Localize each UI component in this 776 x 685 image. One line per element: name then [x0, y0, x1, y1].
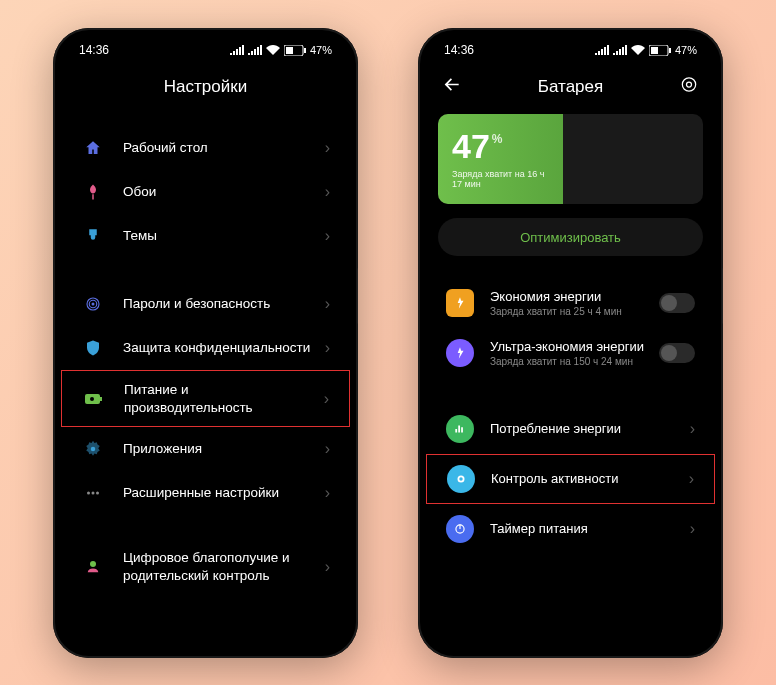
nav-title: Контроль активности [491, 471, 689, 487]
power-button [357, 268, 358, 324]
status-bar: 14:36 47% [61, 36, 350, 64]
svg-rect-7 [100, 397, 102, 401]
nav-title: Таймер питания [490, 521, 690, 537]
svg-rect-16 [669, 48, 671, 53]
svg-point-5 [92, 303, 95, 306]
row-consumption[interactable]: Потребление энергии › [426, 404, 715, 454]
chevron-right-icon: › [325, 558, 330, 576]
battery-icon [649, 45, 671, 56]
back-button[interactable] [442, 75, 462, 100]
row-label: Рабочий стол [123, 139, 317, 157]
page-title: Батарея [538, 77, 603, 97]
wifi-icon [631, 45, 645, 55]
optimize-label: Оптимизировать [520, 230, 621, 245]
row-label: Расширенные настройки [123, 484, 317, 502]
energy-saver-toggle[interactable] [659, 293, 695, 313]
chevron-right-icon: › [325, 139, 330, 157]
battery-fill: 47% Заряда хватит на 16 ч 17 мин [438, 114, 563, 204]
row-apps[interactable]: Приложения › [61, 427, 350, 471]
row-label: Приложения [123, 440, 317, 458]
svg-point-13 [90, 561, 96, 567]
wifi-icon [266, 45, 280, 55]
shield-icon [81, 336, 105, 360]
status-right: 47% [595, 44, 697, 56]
battery-percentage: 47% [452, 129, 549, 163]
chevron-right-icon: › [325, 183, 330, 201]
page-title: Настройки [164, 77, 247, 97]
settings-list[interactable]: Рабочий стол › Обои › Темы › Пароли и бе… [61, 110, 350, 650]
status-time: 14:36 [444, 43, 474, 57]
battery-pct-status: 47% [675, 44, 697, 56]
status-right: 47% [230, 44, 332, 56]
signal-icon [230, 45, 244, 55]
battery-content[interactable]: 47% Заряда хватит на 16 ч 17 мин Оптимиз… [426, 114, 715, 650]
row-security[interactable]: Пароли и безопасность › [61, 282, 350, 326]
chevron-right-icon: › [325, 227, 330, 245]
ultra-saver-toggle[interactable] [659, 343, 695, 363]
tulip-icon [81, 180, 105, 204]
battery-card: 47% Заряда хватит на 16 ч 17 мин [438, 114, 703, 204]
svg-point-10 [87, 492, 90, 495]
row-label: Темы [123, 227, 317, 245]
svg-rect-1 [286, 47, 293, 54]
signal-icon-2 [248, 45, 262, 55]
svg-point-11 [92, 492, 95, 495]
chevron-right-icon: › [690, 520, 695, 538]
row-label: Обои [123, 183, 317, 201]
mode-title: Экономия энергии [490, 289, 659, 305]
svg-point-17 [682, 78, 695, 91]
row-advanced[interactable]: Расширенные настройки › [61, 471, 350, 515]
chart-icon [446, 415, 474, 443]
svg-point-8 [90, 397, 94, 401]
chevron-right-icon: › [325, 440, 330, 458]
nav-title: Потребление энергии [490, 421, 690, 437]
screen-battery: 14:36 47% Батарея 47% [426, 36, 715, 650]
chevron-right-icon: › [325, 339, 330, 357]
settings-button[interactable] [679, 75, 699, 100]
row-wallpaper[interactable]: Обои › [61, 170, 350, 214]
row-energy-saver[interactable]: Экономия энергии Заряда хватит на 25 ч 4… [426, 278, 715, 328]
svg-point-12 [96, 492, 99, 495]
row-battery-performance[interactable]: Питание и производительность › [61, 370, 350, 427]
signal-icon-2 [613, 45, 627, 55]
energy-saver-icon [446, 289, 474, 317]
svg-rect-2 [304, 48, 306, 53]
activity-icon [447, 465, 475, 493]
clipped-previous-item [61, 110, 350, 126]
power-button [722, 268, 723, 324]
row-wellbeing[interactable]: Цифровое благополучие и родительский кон… [61, 539, 350, 594]
row-privacy[interactable]: Защита конфиденциальности › [61, 326, 350, 370]
app-bar: Настройки [61, 64, 350, 110]
mode-sub: Заряда хватит на 25 ч 4 мин [490, 306, 659, 317]
battery-icon [82, 387, 106, 411]
chevron-right-icon: › [690, 420, 695, 438]
svg-rect-22 [459, 524, 460, 529]
row-power-timer[interactable]: Таймер питания › [426, 504, 715, 554]
row-label: Питание и производительность [124, 381, 316, 416]
home-icon [81, 136, 105, 160]
row-desktop[interactable]: Рабочий стол › [61, 126, 350, 170]
optimize-button[interactable]: Оптимизировать [438, 218, 703, 256]
chevron-right-icon: › [689, 470, 694, 488]
chevron-right-icon: › [325, 295, 330, 313]
battery-icon [284, 45, 306, 56]
battery-estimate: Заряда хватит на 16 ч 17 мин [452, 169, 549, 189]
row-label: Защита конфиденциальности [123, 339, 317, 357]
row-label: Цифровое благополучие и родительский кон… [123, 549, 317, 584]
heart-icon [81, 555, 105, 579]
svg-point-20 [459, 477, 463, 481]
svg-rect-15 [651, 47, 658, 54]
row-activity-control[interactable]: Контроль активности › [426, 454, 715, 504]
row-themes[interactable]: Темы › [61, 214, 350, 258]
ultra-saver-icon [446, 339, 474, 367]
phone-frame-left: 14:36 47% Настройки Рабочий стол › [53, 28, 358, 658]
fingerprint-icon [81, 292, 105, 316]
app-bar: Батарея [426, 64, 715, 110]
mode-sub: Заряда хватит на 150 ч 24 мин [490, 356, 659, 367]
row-label: Пароли и безопасность [123, 295, 317, 313]
status-bar: 14:36 47% [426, 36, 715, 64]
brush-icon [81, 224, 105, 248]
signal-icon [595, 45, 609, 55]
status-time: 14:36 [79, 43, 109, 57]
row-ultra-saver[interactable]: Ультра-экономия энергии Заряда хватит на… [426, 328, 715, 378]
